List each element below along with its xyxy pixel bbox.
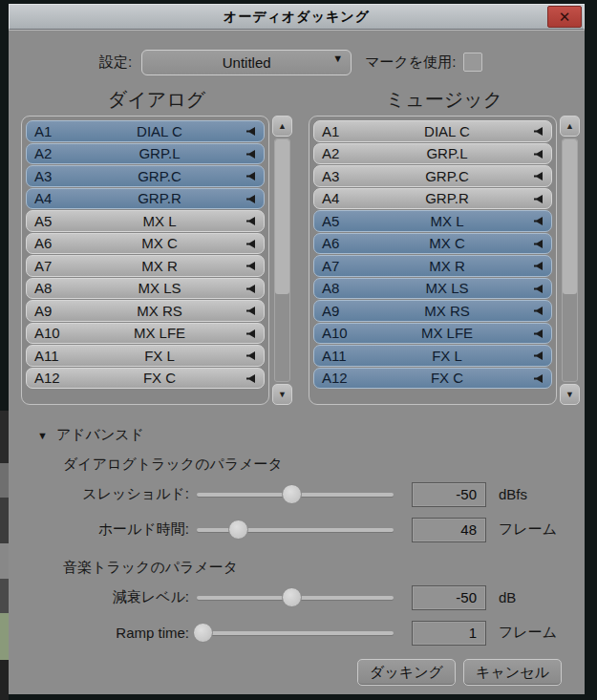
track-id: A6: [34, 235, 76, 251]
track-row-a5[interactable]: A5MX L: [26, 210, 265, 232]
speaker-icon[interactable]: [245, 170, 257, 182]
speaker-icon[interactable]: [245, 305, 257, 317]
track-row-a8[interactable]: A8MX LS: [313, 278, 552, 300]
track-columns: ダイアログ A1DIAL CA2GRP.LA3GRP.CA4GRP.RA5MX …: [9, 85, 585, 405]
speaker-icon[interactable]: [532, 350, 544, 362]
track-row-a11[interactable]: A11FX L: [26, 345, 265, 367]
track-name: FX L: [364, 348, 544, 364]
track-name: MX C: [364, 235, 544, 251]
speaker-icon[interactable]: [532, 328, 544, 340]
track-row-a4[interactable]: A4GRP.R: [313, 188, 552, 210]
threshold-value[interactable]: -50: [412, 482, 486, 507]
speaker-icon[interactable]: [532, 283, 544, 295]
slider-thumb[interactable]: [193, 623, 213, 643]
track-row-a1[interactable]: A1DIAL C: [26, 120, 265, 142]
speaker-icon[interactable]: [245, 350, 257, 362]
hold-time-slider[interactable]: [197, 519, 394, 541]
slider-thumb[interactable]: [282, 484, 302, 504]
speaker-icon[interactable]: [245, 372, 257, 385]
slider-track: [197, 528, 394, 532]
speaker-icon[interactable]: [245, 148, 257, 160]
attenuation-level-value[interactable]: -50: [412, 585, 486, 610]
slider-thumb[interactable]: [282, 587, 302, 607]
speaker-icon[interactable]: [532, 305, 544, 317]
track-row-a6[interactable]: A6MX C: [26, 233, 265, 255]
track-id: A5: [34, 213, 76, 229]
speaker-icon[interactable]: [532, 372, 544, 385]
threshold-slider[interactable]: [197, 483, 394, 506]
speaker-icon[interactable]: [532, 238, 544, 250]
attenuation-level-unit: dB: [499, 589, 516, 605]
track-row-a7[interactable]: A7MX R: [313, 255, 552, 277]
speaker-icon[interactable]: [532, 148, 544, 160]
preset-dropdown[interactable]: Untitled ▼: [141, 50, 352, 75]
speaker-icon[interactable]: [532, 260, 544, 272]
track-row-a12[interactable]: A12FX C: [26, 368, 265, 390]
track-name: MX LFE: [76, 325, 256, 341]
speaker-icon[interactable]: [532, 215, 544, 227]
track-row-a10[interactable]: A10MX LFE: [313, 323, 552, 345]
track-row-a8[interactable]: A8MX LS: [26, 278, 265, 300]
track-id: A1: [34, 123, 76, 139]
track-row-a3[interactable]: A3GRP.C: [313, 165, 552, 187]
track-row-a9[interactable]: A9MX RS: [313, 300, 552, 322]
cancel-button[interactable]: キャンセル: [463, 659, 562, 686]
music-column-header: ミュージック: [309, 85, 580, 116]
speaker-icon[interactable]: [532, 125, 544, 138]
music-column: ミュージック A1DIAL CA2GRP.LA3GRP.CA4GRP.RA5MX…: [309, 85, 580, 405]
scrollbar-track[interactable]: [274, 138, 290, 382]
music-scrollbar[interactable]: ▲ ▼: [560, 116, 580, 405]
background-app-sliver: [0, 411, 9, 700]
ramp-time-slider[interactable]: [197, 622, 394, 645]
track-name: GRP.R: [364, 190, 544, 206]
track-row-a11[interactable]: A11FX L: [313, 345, 552, 367]
titlebar[interactable]: オーディオダッキング ✕: [9, 4, 585, 30]
track-row-a7[interactable]: A7MX R: [26, 255, 265, 277]
speaker-icon[interactable]: [532, 170, 544, 182]
track-name: MX R: [76, 258, 256, 274]
speaker-icon[interactable]: [245, 193, 257, 205]
scroll-down-button[interactable]: ▼: [272, 384, 292, 405]
dialog-scrollbar[interactable]: ▲ ▼: [272, 116, 292, 405]
param-row-hold-time: ホールド時間:48フレーム: [9, 512, 585, 547]
speaker-icon[interactable]: [245, 260, 257, 272]
use-marks-checkbox[interactable]: [463, 53, 482, 72]
param-row-threshold: スレッショルド:-50dBfs: [9, 477, 585, 512]
track-row-a6[interactable]: A6MX C: [313, 233, 552, 255]
track-id: A2: [322, 145, 364, 161]
attenuation-level-slider[interactable]: [197, 586, 394, 609]
track-row-a5[interactable]: A5MX L: [313, 210, 552, 232]
track-id: A1: [322, 123, 364, 139]
chevron-down-icon: ▼: [332, 53, 343, 64]
track-row-a10[interactable]: A10MX LFE: [26, 323, 265, 345]
ramp-time-value[interactable]: 1: [412, 621, 486, 646]
speaker-icon[interactable]: [245, 328, 257, 340]
speaker-icon[interactable]: [245, 215, 257, 227]
scroll-down-button[interactable]: ▼: [560, 384, 580, 405]
track-row-a2[interactable]: A2GRP.L: [313, 143, 552, 165]
duck-button[interactable]: ダッキング: [357, 659, 456, 686]
speaker-icon[interactable]: [245, 125, 257, 138]
track-row-a1[interactable]: A1DIAL C: [313, 120, 552, 142]
hold-time-value[interactable]: 48: [412, 518, 486, 542]
track-name: MX R: [364, 258, 544, 274]
track-name: GRP.L: [76, 145, 256, 161]
speaker-icon[interactable]: [532, 193, 544, 205]
track-row-a9[interactable]: A9MX RS: [26, 300, 265, 322]
track-name: MX L: [364, 213, 544, 229]
scroll-up-button[interactable]: ▲: [560, 116, 580, 137]
track-row-a12[interactable]: A12FX C: [313, 368, 552, 390]
scrollbar-thumb[interactable]: [563, 139, 577, 294]
track-row-a2[interactable]: A2GRP.L: [26, 143, 265, 165]
scroll-up-button[interactable]: ▲: [272, 116, 292, 137]
speaker-icon[interactable]: [245, 238, 257, 250]
track-row-a3[interactable]: A3GRP.C: [26, 165, 265, 187]
slider-thumb[interactable]: [228, 520, 248, 540]
dialog-body: 設定: Untitled ▼ マークを使用: ダイアログ A1DIAL CA2G…: [9, 30, 585, 694]
track-row-a4[interactable]: A4GRP.R: [26, 188, 265, 210]
scrollbar-track[interactable]: [562, 138, 578, 382]
advanced-toggle[interactable]: ▼ アドバンスド: [37, 426, 585, 444]
speaker-icon[interactable]: [245, 283, 257, 295]
close-button[interactable]: ✕: [547, 6, 582, 28]
scrollbar-thumb[interactable]: [275, 139, 289, 294]
